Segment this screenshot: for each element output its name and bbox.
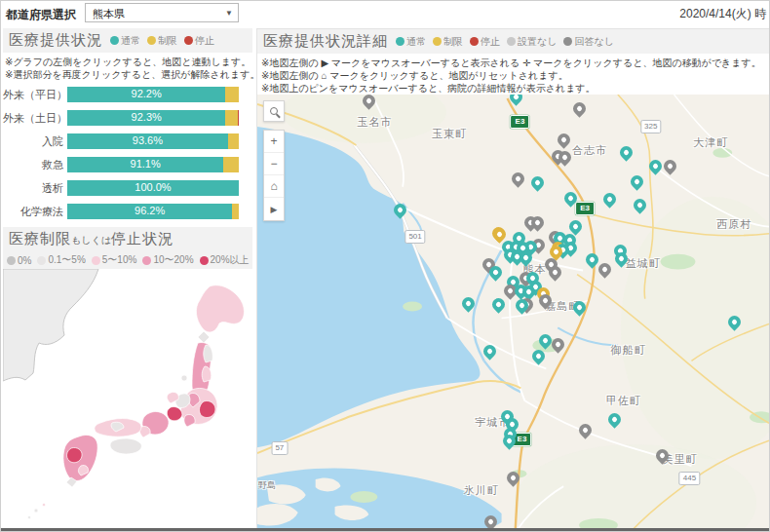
japan-map-svg — [3, 269, 252, 532]
detail-panel-title: 医療提供状況詳細 — [263, 32, 388, 51]
legend-dot-icon — [37, 256, 46, 265]
provision-panel-header: 医療提供状況 通常制限停止 — [3, 28, 252, 53]
legend-item: 制限 — [147, 34, 177, 48]
map-place-label: 玉東町 — [432, 126, 467, 140]
restriction-panel-header: 医療制限もしくは停止状況 — [3, 227, 252, 251]
legend-label: 通常 — [406, 35, 426, 49]
zoom-out-button[interactable]: − — [264, 153, 284, 175]
legend-item: 回答なし — [563, 35, 613, 49]
map-place-label: 大津町 — [693, 134, 728, 149]
legend-item: 通常 — [110, 34, 140, 48]
legend-dot-icon — [433, 37, 442, 46]
map-controls: + − ⌂ ▶ — [263, 130, 285, 221]
legend-item: 制限 — [433, 35, 463, 49]
legend-item: 10〜20% — [142, 253, 193, 267]
map-place-label: 西原村 — [716, 216, 751, 231]
bar-row[interactable]: 入院93.6% — [3, 133, 252, 149]
map-search-button[interactable] — [263, 100, 285, 122]
top-bar: 都道府県選択 熊本県 ▼ 2020/4/14(火) 時 — [1, 1, 769, 26]
home-button[interactable]: ⌂ — [264, 175, 284, 198]
bar-category-label[interactable]: 化学療法 — [3, 205, 67, 219]
japan-choropleth-map[interactable] — [3, 269, 252, 532]
bar-row[interactable]: 透析100.0% — [3, 180, 252, 196]
legend-label: 停止 — [481, 35, 500, 49]
bar-track: 93.6% — [67, 133, 239, 149]
bar-value-label: 92.2% — [132, 88, 162, 99]
bar-track: 92.2% — [67, 87, 239, 102]
legend-item: 20%以上 — [200, 253, 250, 267]
bar-value-label: 100.0% — [135, 181, 171, 193]
bar-category-label[interactable]: 透析 — [3, 181, 67, 196]
bar-value-label: 93.6% — [133, 134, 163, 146]
zoom-in-button[interactable]: + — [264, 131, 284, 153]
legend-dot-icon — [184, 36, 193, 45]
bar-segment — [228, 133, 239, 149]
restriction-legend: 0%0.1〜5%5〜10%10〜20%20%以上 — [3, 251, 252, 269]
bar-category-label[interactable]: 救急 — [3, 158, 67, 172]
map-place-label: 玉名市 — [357, 114, 392, 129]
bar-value-label: 96.2% — [135, 205, 165, 216]
legend-item: 設置なし — [507, 35, 557, 49]
prefecture-select-value: 熊本県 — [93, 8, 125, 19]
note-line: ※選択部分を再度クリックすると、選択が解除されます。 — [5, 68, 250, 81]
search-icon — [270, 107, 278, 115]
map-place-label: 野島 — [258, 479, 276, 492]
legend-label: 0% — [18, 255, 31, 266]
route-badge: 57 — [271, 441, 288, 455]
legend-label: 20%以上 — [211, 253, 250, 267]
legend-dot-icon — [507, 37, 516, 46]
bar-category-label[interactable]: 外来（平日） — [3, 88, 67, 102]
legend-item: 停止 — [184, 34, 214, 48]
detail-panel-header: 医療提供状況詳細 通常制限停止設置なし回答なし — [257, 29, 769, 54]
bar-value-label: 91.1% — [131, 158, 161, 170]
prefecture-select[interactable]: 熊本県 ▼ — [85, 3, 239, 22]
dashboard: 都道府県選択 熊本県 ▼ 2020/4/14(火) 時 医療提供状況 通常制限停… — [0, 0, 770, 532]
bottom-edge — [1, 528, 769, 531]
detail-panel: 医療提供状況詳細 通常制限停止設置なし回答なし ※地図左側の ▶ マークをマウス… — [256, 28, 770, 532]
bar-track: 92.3% — [67, 110, 239, 126]
restriction-panel-title-small: もしくは — [71, 235, 111, 246]
legend-item: 停止 — [470, 35, 500, 49]
report-date: 2020/4/14(火) 時 — [679, 6, 766, 22]
route-badge: 501 — [404, 230, 425, 244]
detail-notes: ※地図左側の ▶ マークをマウスオーバーすると表示される ✛ マークをクリックす… — [257, 54, 769, 94]
legend-label: 停止 — [195, 34, 214, 48]
bar-track: 96.2% — [67, 204, 239, 219]
legend-dot-icon — [200, 256, 209, 265]
legend-dot-icon — [396, 37, 404, 46]
map-place-label: 甲佐町 — [606, 394, 641, 408]
legend-dot-icon — [563, 37, 572, 46]
bar-segment — [238, 110, 239, 126]
left-column: 医療提供状況 通常制限停止 ※グラフの左側をクリックすると、地図と連動します。※… — [3, 28, 252, 532]
legend-label: 通常 — [121, 34, 140, 48]
legend-dot-icon — [147, 36, 156, 45]
note-line: ※地図左側の ▶ マークをマウスオーバーすると表示される ✛ マークをクリックす… — [261, 57, 765, 69]
legend-label: 設置なし — [518, 35, 557, 49]
legend-dot-icon — [470, 37, 479, 46]
restriction-panel-title-1: 医療制限 — [9, 230, 71, 247]
bar-value-label: 92.3% — [132, 111, 162, 123]
map-place-label: 合志市 — [572, 142, 607, 157]
bar-row[interactable]: 救急91.1% — [3, 157, 252, 172]
kumamoto-map[interactable]: 玉名市玉東町合志市大津町西原村益城町熊本嘉島町御船町甲佐町美里町宇城市氷川町野島… — [257, 95, 769, 532]
bar-category-label[interactable]: 外来（土日） — [3, 111, 67, 126]
bar-row[interactable]: 外来（土日）92.3% — [3, 110, 252, 126]
route-badge: 445 — [679, 472, 700, 485]
note-line: ※地図上のピンをマウスオーバーすると、病院の詳細情報が表示されます。 — [261, 82, 765, 95]
bar-row[interactable]: 化学療法96.2% — [3, 204, 252, 219]
legend-item: 5〜10% — [92, 253, 137, 267]
provision-panel-title: 医療提供状況 — [9, 31, 102, 50]
bar-segment — [232, 204, 239, 219]
bar-category-label[interactable]: 入院 — [3, 134, 67, 149]
legend-item: 0.1〜5% — [37, 253, 85, 267]
expand-button[interactable]: ▶ — [264, 198, 284, 220]
bar-segment — [225, 87, 239, 102]
bar-track: 100.0% — [67, 180, 239, 196]
legend-label: 10〜20% — [153, 253, 193, 267]
provision-bar-chart: 外来（平日）92.2%外来（土日）92.3%入院93.6%救急91.1%透析10… — [3, 83, 252, 219]
prefecture-select-label: 都道府県選択 — [6, 7, 76, 23]
bar-row[interactable]: 外来（平日）92.2% — [3, 87, 252, 102]
legend-label: 0.1〜5% — [48, 253, 85, 267]
expressway-badge: E3 — [575, 202, 595, 215]
legend-label: 制限 — [158, 34, 177, 48]
